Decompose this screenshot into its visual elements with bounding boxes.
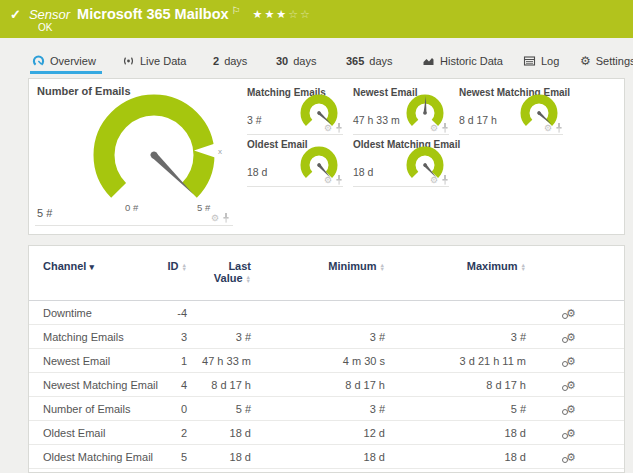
tab-number: 30 <box>276 55 288 67</box>
tab-historic-data[interactable]: Historic Data <box>422 50 503 72</box>
pin-icon[interactable] <box>555 123 563 133</box>
tab-label: Log <box>541 55 559 67</box>
gauge-settings-gear-icon[interactable]: ⚙ <box>324 176 332 185</box>
channel-id: 3 <box>159 331 187 343</box>
gauge-icon <box>32 55 45 67</box>
table-row-oldest-email[interactable]: Oldest Email 2 18 d 12 d 18 d ⚙ <box>29 421 624 445</box>
sensor-header: ✓ Sensor Microsoft 365 Mailbox ⚐ ★★★☆☆ <box>0 0 633 38</box>
sensor-status-badge: OK <box>38 22 52 33</box>
status-check-icon: ✓ <box>10 7 21 22</box>
column-header-id[interactable]: ID▲▼ <box>159 260 187 272</box>
channel-id: 1 <box>159 355 187 367</box>
channel-maximum: 18 d <box>385 427 526 439</box>
tab-live-data[interactable]: Live Data <box>122 50 186 72</box>
channel-last-value: 3 # <box>187 331 251 343</box>
channel-minimum: 18 d <box>251 451 385 463</box>
tab-number: 2 <box>213 55 219 67</box>
tab-log[interactable]: Log <box>523 50 559 72</box>
channel-maximum: 8 d 17 h <box>385 379 526 391</box>
table-row-newest-matching-email[interactable]: Newest Matching Email 4 8 d 17 h 8 d 17 … <box>29 373 624 397</box>
main-gauge-dial: x <box>79 93 229 213</box>
channel-minimum: 12 d <box>251 427 385 439</box>
gauge-tile-matching-emails[interactable]: Matching Emails 3 # ⚙ <box>247 87 343 135</box>
gauge-current-value: 5 # <box>37 207 52 219</box>
priority-stars[interactable]: ★★★☆☆ <box>253 8 312 21</box>
tab-bar: Overview Live Data 2days 30days 365days … <box>0 50 633 73</box>
sensor-title: Microsoft 365 Mailbox <box>77 6 228 22</box>
divider <box>459 134 563 135</box>
channel-name: Newest Matching Email <box>43 379 159 391</box>
sort-caret-icon: ▾ <box>89 262 94 272</box>
column-header-minimum[interactable]: Minimum▲▼ <box>251 260 385 272</box>
column-header-channel[interactable]: Channel▾ <box>43 260 159 272</box>
tab-label: Overview <box>50 55 96 67</box>
channel-id: 2 <box>159 427 187 439</box>
gauge-settings-gear-icon[interactable]: ⚙ <box>430 176 438 185</box>
gauge-tile-oldest-email[interactable]: Oldest Email 18 d ⚙ <box>247 139 343 187</box>
gauge-needle <box>149 150 196 197</box>
column-header-last-value[interactable]: LastValue▲▼ <box>187 260 251 284</box>
gauge-current-value: 3 # <box>247 114 262 126</box>
channel-settings-gear-icon[interactable]: ⚙ <box>566 307 576 319</box>
tab-label: days <box>293 55 316 67</box>
table-row-downtime[interactable]: Downtime -4 ⚙ <box>29 301 624 325</box>
table-row-oldest-matching-email[interactable]: Oldest Matching Email 5 18 d 18 d 18 d ⚙ <box>29 445 624 469</box>
flag-icon[interactable]: ⚐ <box>232 5 241 16</box>
sensor-kind-label: Sensor <box>29 7 70 22</box>
divider <box>247 134 343 135</box>
table-row-number-of-emails[interactable]: Number of Emails 0 5 # 3 # 5 # ⚙ <box>29 397 624 421</box>
main-gauge-number-of-emails[interactable]: Number of Emails x 0 # 5 # 5 # ⚙ <box>29 79 241 234</box>
tab-overview[interactable]: Overview <box>32 50 96 72</box>
divider <box>247 186 343 187</box>
channel-settings-gear-icon[interactable]: ⚙ <box>566 403 576 415</box>
gauge-tile-newest-email[interactable]: Newest Email 47 h 33 m ⚙ <box>353 87 449 135</box>
channel-name: Oldest Email <box>43 427 159 439</box>
tab-365-days[interactable]: 365days <box>346 50 393 72</box>
channel-maximum: 5 # <box>385 403 526 415</box>
pin-icon[interactable] <box>441 175 449 185</box>
gauge-tile-oldest-matching-email[interactable]: Oldest Matching Email 18 d ⚙ <box>353 139 449 187</box>
channel-settings-gear-icon[interactable]: ⚙ <box>566 379 576 391</box>
tab-label: Settings <box>596 55 633 67</box>
pin-icon[interactable] <box>441 123 449 133</box>
channel-settings-gear-icon[interactable]: ⚙ <box>566 331 576 343</box>
channel-settings-gear-icon[interactable]: ⚙ <box>566 427 576 439</box>
stars-filled: ★★★ <box>253 8 289 20</box>
channel-name: Number of Emails <box>43 403 159 415</box>
channel-last-value: 5 # <box>187 403 251 415</box>
tab-2-days[interactable]: 2days <box>213 50 247 72</box>
gauge-settings-gear-icon[interactable]: ⚙ <box>544 124 552 133</box>
gauge-tile-newest-matching-email[interactable]: Newest Matching Email 8 d 17 h ⚙ <box>459 87 563 135</box>
channel-settings-gear-icon[interactable]: ⚙ <box>566 355 576 367</box>
tab-label: days <box>369 55 392 67</box>
prtg-sensor-page: ✓ Sensor Microsoft 365 Mailbox ⚐ ★★★☆☆ O… <box>0 0 633 473</box>
overview-gauges-panel: Number of Emails x 0 # 5 # 5 # ⚙ <box>28 78 625 235</box>
area-chart-icon <box>422 55 435 67</box>
gauge-settings-gear-icon[interactable]: ⚙ <box>324 124 332 133</box>
limit-marker-label: x <box>218 147 222 156</box>
channel-maximum: 18 d <box>385 451 526 463</box>
tab-number: 365 <box>346 55 364 67</box>
stars-empty: ☆☆ <box>288 8 312 20</box>
tab-30-days[interactable]: 30days <box>276 50 317 72</box>
channel-settings-gear-icon[interactable]: ⚙ <box>566 451 576 463</box>
channel-last-value: 18 d <box>187 427 251 439</box>
divider <box>353 134 449 135</box>
column-header-maximum[interactable]: Maximum▲▼ <box>385 260 526 272</box>
table-row-newest-email[interactable]: Newest Email 1 47 h 33 m 4 m 30 s 3 d 21… <box>29 349 624 373</box>
channel-name: Newest Email <box>43 355 159 367</box>
tab-settings[interactable]: ⚙ Settings <box>580 50 633 72</box>
pin-icon[interactable] <box>222 213 230 223</box>
table-row-matching-emails[interactable]: Matching Emails 3 3 # 3 # 3 # ⚙ <box>29 325 624 349</box>
tab-label: Historic Data <box>440 55 503 67</box>
gauge-settings-gear-icon[interactable]: ⚙ <box>430 124 438 133</box>
divider <box>35 225 233 226</box>
gauge-settings-gear-icon[interactable]: ⚙ <box>211 214 219 223</box>
channel-maximum: 3 d 21 h 11 m <box>385 355 526 367</box>
pin-icon[interactable] <box>335 175 343 185</box>
sort-icon: ▲▼ <box>521 263 526 271</box>
channel-name: Oldest Matching Email <box>43 451 159 463</box>
pin-icon[interactable] <box>335 123 343 133</box>
channel-id: 5 <box>159 451 187 463</box>
channel-minimum: 3 # <box>251 403 385 415</box>
